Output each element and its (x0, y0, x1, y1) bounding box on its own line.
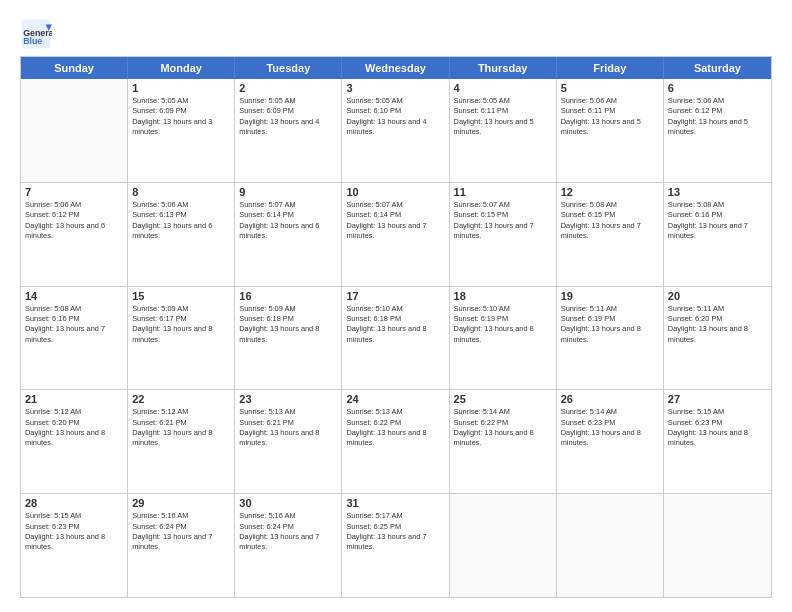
day-number: 5 (561, 82, 659, 94)
cell-info: Sunrise: 5:17 AM Sunset: 6:25 PM Dayligh… (346, 511, 444, 552)
logo-icon: General Blue (20, 18, 52, 50)
calendar-cell-0-0 (21, 79, 128, 182)
day-number: 20 (668, 290, 767, 302)
week-row-4: 21 Sunrise: 5:12 AM Sunset: 6:20 PM Dayl… (21, 390, 771, 494)
calendar-cell-2-2: 16 Sunrise: 5:09 AM Sunset: 6:18 PM Dayl… (235, 287, 342, 390)
calendar-cell-0-1: 1 Sunrise: 5:05 AM Sunset: 6:09 PM Dayli… (128, 79, 235, 182)
cell-info: Sunrise: 5:14 AM Sunset: 6:23 PM Dayligh… (561, 407, 659, 448)
calendar-cell-3-2: 23 Sunrise: 5:13 AM Sunset: 6:21 PM Dayl… (235, 390, 342, 493)
calendar-cell-1-0: 7 Sunrise: 5:06 AM Sunset: 6:12 PM Dayli… (21, 183, 128, 286)
day-number: 19 (561, 290, 659, 302)
day-number: 15 (132, 290, 230, 302)
calendar-cell-1-3: 10 Sunrise: 5:07 AM Sunset: 6:14 PM Dayl… (342, 183, 449, 286)
cell-info: Sunrise: 5:13 AM Sunset: 6:21 PM Dayligh… (239, 407, 337, 448)
day-number: 12 (561, 186, 659, 198)
header-saturday: Saturday (664, 57, 771, 79)
calendar-cell-2-6: 20 Sunrise: 5:11 AM Sunset: 6:20 PM Dayl… (664, 287, 771, 390)
day-number: 25 (454, 393, 552, 405)
cell-info: Sunrise: 5:15 AM Sunset: 6:23 PM Dayligh… (25, 511, 123, 552)
calendar-cell-1-5: 12 Sunrise: 5:08 AM Sunset: 6:15 PM Dayl… (557, 183, 664, 286)
header-wednesday: Wednesday (342, 57, 449, 79)
day-number: 22 (132, 393, 230, 405)
day-number: 18 (454, 290, 552, 302)
calendar: Sunday Monday Tuesday Wednesday Thursday… (20, 56, 772, 598)
cell-info: Sunrise: 5:09 AM Sunset: 6:18 PM Dayligh… (239, 304, 337, 345)
calendar-cell-4-2: 30 Sunrise: 5:16 AM Sunset: 6:24 PM Dayl… (235, 494, 342, 597)
calendar-cell-0-3: 3 Sunrise: 5:05 AM Sunset: 6:10 PM Dayli… (342, 79, 449, 182)
calendar-cell-1-4: 11 Sunrise: 5:07 AM Sunset: 6:15 PM Dayl… (450, 183, 557, 286)
calendar-body: 1 Sunrise: 5:05 AM Sunset: 6:09 PM Dayli… (21, 79, 771, 597)
day-number: 9 (239, 186, 337, 198)
day-number: 28 (25, 497, 123, 509)
day-number: 30 (239, 497, 337, 509)
week-row-3: 14 Sunrise: 5:08 AM Sunset: 6:16 PM Dayl… (21, 287, 771, 391)
day-number: 10 (346, 186, 444, 198)
calendar-cell-4-6 (664, 494, 771, 597)
cell-info: Sunrise: 5:05 AM Sunset: 6:10 PM Dayligh… (346, 96, 444, 137)
calendar-cell-0-2: 2 Sunrise: 5:05 AM Sunset: 6:09 PM Dayli… (235, 79, 342, 182)
calendar-cell-1-6: 13 Sunrise: 5:08 AM Sunset: 6:16 PM Dayl… (664, 183, 771, 286)
calendar-cell-3-4: 25 Sunrise: 5:14 AM Sunset: 6:22 PM Dayl… (450, 390, 557, 493)
cell-info: Sunrise: 5:08 AM Sunset: 6:15 PM Dayligh… (561, 200, 659, 241)
day-number: 24 (346, 393, 444, 405)
calendar-cell-3-3: 24 Sunrise: 5:13 AM Sunset: 6:22 PM Dayl… (342, 390, 449, 493)
cell-info: Sunrise: 5:08 AM Sunset: 6:16 PM Dayligh… (668, 200, 767, 241)
calendar-header: Sunday Monday Tuesday Wednesday Thursday… (21, 57, 771, 79)
header-sunday: Sunday (21, 57, 128, 79)
cell-info: Sunrise: 5:05 AM Sunset: 6:09 PM Dayligh… (132, 96, 230, 137)
week-row-1: 1 Sunrise: 5:05 AM Sunset: 6:09 PM Dayli… (21, 79, 771, 183)
day-number: 29 (132, 497, 230, 509)
cell-info: Sunrise: 5:10 AM Sunset: 6:18 PM Dayligh… (346, 304, 444, 345)
day-number: 16 (239, 290, 337, 302)
cell-info: Sunrise: 5:12 AM Sunset: 6:20 PM Dayligh… (25, 407, 123, 448)
header-thursday: Thursday (450, 57, 557, 79)
day-number: 8 (132, 186, 230, 198)
header: General Blue (20, 18, 772, 50)
svg-text:Blue: Blue (23, 36, 42, 46)
calendar-cell-4-5 (557, 494, 664, 597)
calendar-cell-0-4: 4 Sunrise: 5:05 AM Sunset: 6:11 PM Dayli… (450, 79, 557, 182)
calendar-cell-1-1: 8 Sunrise: 5:06 AM Sunset: 6:13 PM Dayli… (128, 183, 235, 286)
cell-info: Sunrise: 5:06 AM Sunset: 6:12 PM Dayligh… (25, 200, 123, 241)
cell-info: Sunrise: 5:08 AM Sunset: 6:16 PM Dayligh… (25, 304, 123, 345)
calendar-cell-2-1: 15 Sunrise: 5:09 AM Sunset: 6:17 PM Dayl… (128, 287, 235, 390)
cell-info: Sunrise: 5:14 AM Sunset: 6:22 PM Dayligh… (454, 407, 552, 448)
day-number: 7 (25, 186, 123, 198)
cell-info: Sunrise: 5:06 AM Sunset: 6:12 PM Dayligh… (668, 96, 767, 137)
week-row-2: 7 Sunrise: 5:06 AM Sunset: 6:12 PM Dayli… (21, 183, 771, 287)
calendar-cell-1-2: 9 Sunrise: 5:07 AM Sunset: 6:14 PM Dayli… (235, 183, 342, 286)
day-number: 13 (668, 186, 767, 198)
calendar-cell-3-0: 21 Sunrise: 5:12 AM Sunset: 6:20 PM Dayl… (21, 390, 128, 493)
day-number: 23 (239, 393, 337, 405)
calendar-cell-3-5: 26 Sunrise: 5:14 AM Sunset: 6:23 PM Dayl… (557, 390, 664, 493)
calendar-cell-4-1: 29 Sunrise: 5:16 AM Sunset: 6:24 PM Dayl… (128, 494, 235, 597)
day-number: 27 (668, 393, 767, 405)
day-number: 14 (25, 290, 123, 302)
cell-info: Sunrise: 5:07 AM Sunset: 6:14 PM Dayligh… (239, 200, 337, 241)
header-tuesday: Tuesday (235, 57, 342, 79)
cell-info: Sunrise: 5:11 AM Sunset: 6:20 PM Dayligh… (668, 304, 767, 345)
calendar-cell-4-3: 31 Sunrise: 5:17 AM Sunset: 6:25 PM Dayl… (342, 494, 449, 597)
day-number: 17 (346, 290, 444, 302)
header-friday: Friday (557, 57, 664, 79)
calendar-cell-0-6: 6 Sunrise: 5:06 AM Sunset: 6:12 PM Dayli… (664, 79, 771, 182)
cell-info: Sunrise: 5:06 AM Sunset: 6:13 PM Dayligh… (132, 200, 230, 241)
cell-info: Sunrise: 5:15 AM Sunset: 6:23 PM Dayligh… (668, 407, 767, 448)
calendar-cell-3-1: 22 Sunrise: 5:12 AM Sunset: 6:21 PM Dayl… (128, 390, 235, 493)
calendar-cell-4-0: 28 Sunrise: 5:15 AM Sunset: 6:23 PM Dayl… (21, 494, 128, 597)
cell-info: Sunrise: 5:13 AM Sunset: 6:22 PM Dayligh… (346, 407, 444, 448)
day-number: 1 (132, 82, 230, 94)
week-row-5: 28 Sunrise: 5:15 AM Sunset: 6:23 PM Dayl… (21, 494, 771, 597)
calendar-cell-2-5: 19 Sunrise: 5:11 AM Sunset: 6:19 PM Dayl… (557, 287, 664, 390)
cell-info: Sunrise: 5:10 AM Sunset: 6:19 PM Dayligh… (454, 304, 552, 345)
day-number: 6 (668, 82, 767, 94)
cell-info: Sunrise: 5:12 AM Sunset: 6:21 PM Dayligh… (132, 407, 230, 448)
page: General Blue Sunday Monday Tuesday Wedne… (0, 0, 792, 612)
calendar-cell-2-4: 18 Sunrise: 5:10 AM Sunset: 6:19 PM Dayl… (450, 287, 557, 390)
cell-info: Sunrise: 5:05 AM Sunset: 6:11 PM Dayligh… (454, 96, 552, 137)
cell-info: Sunrise: 5:09 AM Sunset: 6:17 PM Dayligh… (132, 304, 230, 345)
day-number: 31 (346, 497, 444, 509)
calendar-cell-3-6: 27 Sunrise: 5:15 AM Sunset: 6:23 PM Dayl… (664, 390, 771, 493)
header-monday: Monday (128, 57, 235, 79)
cell-info: Sunrise: 5:05 AM Sunset: 6:09 PM Dayligh… (239, 96, 337, 137)
